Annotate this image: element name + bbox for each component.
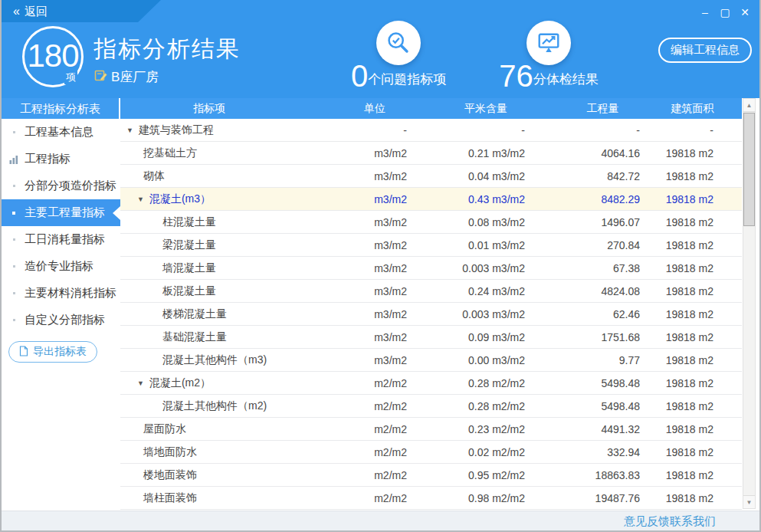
- sidebar-item-7[interactable]: 自定义分部指标: [2, 307, 120, 333]
- cell-unit: m2/m2: [336, 423, 413, 435]
- bar-chart-icon: [8, 155, 19, 164]
- cell-quantity: 270.84: [528, 239, 643, 251]
- cell-unit: m3/m2: [336, 331, 413, 343]
- table-row[interactable]: 墙地面防水m2/m20.02 m2/m2332.9419818 m2: [120, 441, 742, 464]
- cell-unit: m3/m2: [336, 239, 413, 251]
- cell-per-sqm: 0.24 m3/m2: [413, 285, 528, 297]
- cell-indicator: 混凝土其他构件（m2): [120, 399, 336, 413]
- cell-per-sqm: 0.09 m3/m2: [413, 331, 528, 343]
- cell-quantity: 5498.48: [528, 400, 643, 412]
- maximize-button[interactable]: ▢: [715, 5, 735, 20]
- table-row[interactable]: 砌体m3/m20.04 m3/m2842.7219818 m2: [120, 165, 742, 188]
- cell-quantity: 842.72: [528, 170, 643, 182]
- cell-indicator: 楼地面装饰: [120, 468, 336, 482]
- problem-label: 个问题指标项: [368, 72, 446, 87]
- dot-icon: [8, 292, 19, 294]
- cell-quantity: 67.38: [528, 262, 643, 274]
- sidebar-item-label: 分部分项造价指标: [25, 179, 116, 193]
- table-row[interactable]: 板混凝土量m3/m20.24 m3/m24824.0819818 m2: [120, 280, 742, 303]
- collapse-triangle-icon[interactable]: ▼: [137, 195, 144, 203]
- sidebar-item-label: 工程指标: [25, 152, 71, 166]
- cell-indicator: 基础混凝土量: [120, 330, 336, 344]
- table-row[interactable]: 楼梯混凝土量m3/m20.003 m3/m262.4619818 m2: [120, 303, 742, 326]
- indicator-count-unit: 项: [64, 71, 77, 84]
- project-name: B座厂房: [111, 68, 159, 86]
- sidebar-item-0[interactable]: 工程基本信息: [2, 119, 120, 146]
- indicator-label: 楼梯混凝土量: [162, 307, 227, 321]
- dot-icon: [8, 212, 19, 215]
- back-button[interactable]: «返回: [2, 0, 161, 22]
- table-row[interactable]: 柱混凝土量m3/m20.08 m3/m21496.0719818 m2: [120, 211, 742, 234]
- cell-area: 19818 m2: [643, 262, 742, 274]
- sidebar-item-5[interactable]: 造价专业指标: [2, 253, 120, 280]
- col-header-quantity: 工程量: [528, 102, 643, 116]
- table-row[interactable]: 墙柱面装饰m2/m20.98 m2/m219487.7619818 m2: [120, 487, 742, 510]
- table-header-row: 指标项 单位 平米含量 工程量 建筑面积: [120, 98, 742, 119]
- table-row[interactable]: 挖基础土方m3/m20.21 m3/m24064.1619818 m2: [120, 142, 742, 165]
- indicator-label: 混凝土(m3）: [149, 192, 211, 206]
- export-indicator-table-button[interactable]: 导出指标表: [8, 341, 97, 363]
- table-row[interactable]: 屋面防水m2/m20.23 m2/m24491.3219818 m2: [120, 418, 742, 441]
- cell-quantity: 4824.08: [528, 285, 643, 297]
- vertical-scrollbar[interactable]: ▲ ▼: [743, 98, 756, 509]
- export-button-label: 导出指标表: [33, 345, 87, 359]
- cell-per-sqm: 0.08 m3/m2: [413, 216, 528, 228]
- table-row[interactable]: ▼混凝土(m3）m3/m20.43 m3/m28482.2919818 m2: [120, 188, 742, 211]
- project-subtitle: B座厂房: [94, 68, 159, 86]
- feedback-contact-link[interactable]: 意见反馈联系我们: [624, 511, 716, 530]
- dot-icon: [8, 131, 19, 133]
- scroll-down-button[interactable]: ▼: [743, 495, 755, 508]
- cell-quantity: 1751.68: [528, 331, 643, 343]
- sidebar-item-label: 工日消耗量指标: [25, 232, 105, 247]
- table-row[interactable]: 墙混凝土量m3/m20.003 m3/m267.3819818 m2: [120, 257, 742, 280]
- edit-project-info-button[interactable]: 编辑工程信息: [658, 38, 752, 63]
- indicator-label: 混凝土其他构件（m3): [162, 353, 267, 367]
- collapse-triangle-icon[interactable]: ▼: [137, 379, 144, 387]
- cell-quantity: 62.46: [528, 308, 643, 320]
- cell-quantity: 5498.48: [528, 377, 643, 389]
- scrollbar-thumb[interactable]: [743, 113, 755, 226]
- table-row[interactable]: 混凝土其他构件（m2)m2/m20.28 m2/m25498.4819818 m…: [120, 395, 742, 418]
- indicator-label: 墙地面防水: [143, 445, 197, 459]
- sidebar-item-6[interactable]: 主要材料消耗指标: [2, 280, 120, 307]
- cell-per-sqm: 0.21 m3/m2: [413, 147, 528, 159]
- health-score-label: 分体检结果: [533, 72, 599, 87]
- problem-indicator-stat: 0个问题指标项: [337, 21, 460, 94]
- sidebar-item-4[interactable]: 工日消耗量指标: [2, 226, 120, 253]
- indicator-label: 挖基础土方: [143, 146, 197, 160]
- cell-unit: m2/m2: [336, 469, 413, 481]
- back-chevrons-icon: «: [13, 5, 20, 18]
- cell-area: 19818 m2: [643, 492, 742, 504]
- cell-area: 19818 m2: [643, 216, 742, 228]
- table-row[interactable]: 混凝土其他构件（m3)m3/m20.00 m3/m29.7719818 m2: [120, 349, 742, 372]
- indicator-label: 基础混凝土量: [162, 330, 227, 344]
- cell-unit: m2/m2: [336, 377, 413, 389]
- top-banner: «返回 – ▢ ✕ 180 项 指标分析结果 B座厂房: [2, 0, 759, 98]
- indicator-label: 楼地面装饰: [143, 468, 197, 482]
- scroll-up-button[interactable]: ▲: [743, 99, 755, 112]
- table-row[interactable]: 梁混凝土量m3/m20.01 m3/m2270.8419818 m2: [120, 234, 742, 257]
- cell-area: 19818 m2: [643, 147, 742, 159]
- cell-indicator: 屋面防水: [120, 422, 336, 436]
- table-row[interactable]: ▼建筑与装饰工程----: [120, 119, 742, 142]
- indicator-label: 墙柱面装饰: [143, 491, 197, 505]
- cell-per-sqm: 0.01 m3/m2: [413, 239, 528, 251]
- cell-unit: m3/m2: [336, 170, 413, 182]
- export-doc-icon: [19, 346, 28, 359]
- indicator-label: 砌体: [143, 169, 165, 183]
- page-title: 指标分析结果: [93, 34, 241, 65]
- minimize-button[interactable]: –: [695, 5, 715, 20]
- sidebar-item-2[interactable]: 分部分项造价指标: [2, 172, 120, 199]
- table-row[interactable]: 楼地面装饰m2/m20.95 m2/m218863.8319818 m2: [120, 464, 742, 487]
- table-row[interactable]: 基础混凝土量m3/m20.09 m3/m21751.6819818 m2: [120, 326, 742, 349]
- cell-indicator: ▼混凝土(m2）: [120, 376, 336, 390]
- sidebar-item-1[interactable]: 工程指标: [2, 146, 120, 172]
- table-row[interactable]: ▼混凝土(m2）m2/m20.28 m2/m25498.4819818 m2: [120, 372, 742, 395]
- sidebar-item-3[interactable]: 主要工程量指标: [2, 199, 120, 226]
- close-button[interactable]: ✕: [735, 5, 755, 20]
- collapse-triangle-icon[interactable]: ▼: [126, 126, 133, 134]
- cell-per-sqm: 0.28 m2/m2: [413, 377, 528, 389]
- col-header-area: 建筑面积: [643, 102, 742, 116]
- sidebar-item-label: 主要材料消耗指标: [25, 286, 116, 300]
- cell-area: 19818 m2: [643, 193, 742, 205]
